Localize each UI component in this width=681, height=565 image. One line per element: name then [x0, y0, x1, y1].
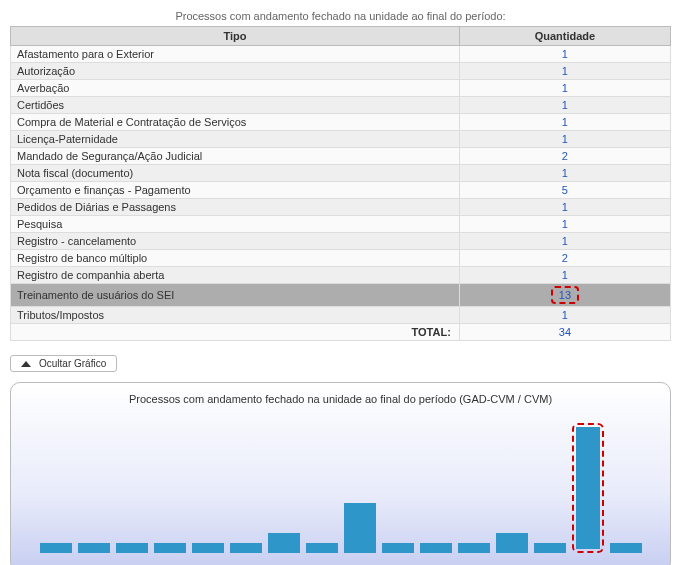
cell-tipo: Registro - cancelamento — [11, 233, 460, 250]
quantity-link[interactable]: 1 — [562, 99, 568, 111]
cell-quantidade: 1 — [459, 63, 670, 80]
bar — [496, 533, 528, 553]
chart-bar — [496, 423, 528, 553]
table-row: Certidões1 — [11, 97, 671, 114]
table-row: Treinamento de usuários do SEI13 — [11, 284, 671, 307]
cell-quantidade: 1 — [459, 46, 670, 63]
cell-quantidade: 1 — [459, 165, 670, 182]
cell-tipo: Averbação — [11, 80, 460, 97]
table-row: Averbação1 — [11, 80, 671, 97]
quantity-link[interactable]: 1 — [562, 309, 568, 321]
cell-quantidade: 1 — [459, 131, 670, 148]
bar — [230, 543, 262, 553]
cell-tipo: Autorização — [11, 63, 460, 80]
quantity-link[interactable]: 1 — [562, 167, 568, 179]
process-table: Tipo Quantidade Afastamento para o Exter… — [10, 26, 671, 341]
table-row: Afastamento para o Exterior1 — [11, 46, 671, 63]
bar — [382, 543, 414, 553]
bar — [610, 543, 642, 553]
chart-title: Processos com andamento fechado na unida… — [29, 393, 652, 405]
table-row: Registro de banco múltiplo2 — [11, 250, 671, 267]
cell-tipo: Compra de Material e Contratação de Serv… — [11, 114, 460, 131]
quantity-link[interactable]: 1 — [562, 48, 568, 60]
bar — [344, 503, 376, 553]
cell-tipo: Pedidos de Diárias e Passagens — [11, 199, 460, 216]
toggle-chart-button[interactable]: Ocultar Gráfico — [10, 355, 117, 372]
cell-quantidade: 1 — [459, 307, 670, 324]
cell-tipo: Certidões — [11, 97, 460, 114]
table-row: Compra de Material e Contratação de Serv… — [11, 114, 671, 131]
table-row: Registro - cancelamento1 — [11, 233, 671, 250]
cell-quantidade: 2 — [459, 250, 670, 267]
chart-bars — [29, 423, 652, 553]
cell-quantidade: 1 — [459, 80, 670, 97]
cell-quantidade: 13 — [459, 284, 670, 307]
chart-bar-highlight — [572, 423, 604, 553]
cell-quantidade: 2 — [459, 148, 670, 165]
total-quantity-link[interactable]: 34 — [559, 326, 571, 338]
cell-quantidade: 1 — [459, 97, 670, 114]
quantity-link[interactable]: 5 — [562, 184, 568, 196]
bar — [40, 543, 72, 553]
quantity-link[interactable]: 2 — [562, 150, 568, 162]
table-row: Pedidos de Diárias e Passagens1 — [11, 199, 671, 216]
column-header-tipo: Tipo — [11, 27, 460, 46]
quantity-link[interactable]: 1 — [562, 133, 568, 145]
cell-tipo: Mandado de Segurança/Ação Judicial — [11, 148, 460, 165]
chart-bar — [268, 423, 300, 553]
quantity-link[interactable]: 1 — [562, 116, 568, 128]
page-title: Processos com andamento fechado na unida… — [10, 10, 671, 22]
quantity-link[interactable]: 1 — [562, 235, 568, 247]
bar — [116, 543, 148, 553]
cell-quantidade: 1 — [459, 233, 670, 250]
chart-bar — [458, 423, 490, 553]
quantity-link[interactable]: 1 — [562, 82, 568, 94]
cell-quantidade: 5 — [459, 182, 670, 199]
chart-bar — [154, 423, 186, 553]
cell-tipo: Tributos/Impostos — [11, 307, 460, 324]
table-row: Orçamento e finanças - Pagamento5 — [11, 182, 671, 199]
chart-bar — [78, 423, 110, 553]
table-row: Nota fiscal (documento)1 — [11, 165, 671, 182]
cell-tipo: Licença-Paternidade — [11, 131, 460, 148]
bar — [534, 543, 566, 553]
quantity-link[interactable]: 1 — [562, 201, 568, 213]
table-row: Autorização1 — [11, 63, 671, 80]
chart-bar — [382, 423, 414, 553]
cell-quantidade: 1 — [459, 114, 670, 131]
cell-tipo: Registro de companhia aberta — [11, 267, 460, 284]
bar — [420, 543, 452, 553]
table-row: Registro de companhia aberta1 — [11, 267, 671, 284]
cell-tipo: Pesquisa — [11, 216, 460, 233]
bar — [576, 427, 600, 549]
quantity-link[interactable]: 2 — [562, 252, 568, 264]
total-quantity-cell: 34 — [459, 324, 670, 341]
bar — [458, 543, 490, 553]
bar — [268, 533, 300, 553]
bar — [78, 543, 110, 553]
quantity-link[interactable]: 1 — [562, 65, 568, 77]
bar — [154, 543, 186, 553]
chart-bar — [420, 423, 452, 553]
total-label: TOTAL: — [11, 324, 460, 341]
toggle-chart-label: Ocultar Gráfico — [39, 358, 106, 369]
chart-bar — [230, 423, 262, 553]
bar — [192, 543, 224, 553]
highlight-box: 13 — [551, 286, 579, 304]
cell-tipo: Registro de banco múltiplo — [11, 250, 460, 267]
quantity-link[interactable]: 1 — [562, 269, 568, 281]
triangle-up-icon — [21, 361, 31, 367]
table-row: Mandado de Segurança/Ação Judicial2 — [11, 148, 671, 165]
cell-quantidade: 1 — [459, 199, 670, 216]
table-row: Licença-Paternidade1 — [11, 131, 671, 148]
cell-tipo: Afastamento para o Exterior — [11, 46, 460, 63]
total-row: TOTAL:34 — [11, 324, 671, 341]
chart-bar — [344, 423, 376, 553]
quantity-link[interactable]: 13 — [559, 289, 571, 301]
chart-bar — [610, 423, 642, 553]
cell-quantidade: 1 — [459, 216, 670, 233]
quantity-link[interactable]: 1 — [562, 218, 568, 230]
cell-tipo: Nota fiscal (documento) — [11, 165, 460, 182]
chart-bar — [40, 423, 72, 553]
cell-tipo: Treinamento de usuários do SEI — [11, 284, 460, 307]
